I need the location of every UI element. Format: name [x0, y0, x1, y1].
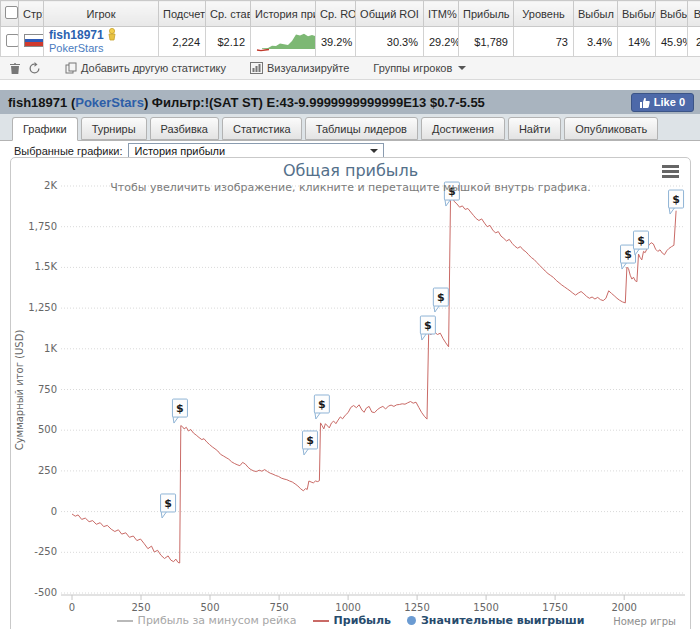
column-header-select[interactable]	[1, 1, 19, 27]
chart-menu-icon[interactable]	[662, 165, 679, 180]
column-header-label: ITM%	[428, 8, 457, 20]
tab-label: Таблицы лидеров	[316, 123, 407, 135]
column-header-label: Прибыль	[463, 8, 510, 20]
player-site-link[interactable]: PokerStars	[49, 42, 103, 54]
chart-subtitle: Чтобы увеличить изображение, кликните и …	[11, 181, 690, 194]
legend-item-Прибыль[interactable]: Прибыль	[313, 614, 391, 627]
player-groups-dropdown[interactable]: Группы игроков	[373, 62, 466, 74]
profit-history-cell	[251, 27, 316, 57]
significant-win-flag[interactable]: $	[433, 288, 448, 312]
y-tick-label: 1.5K	[35, 261, 58, 272]
tab-Турниры[interactable]: Турниры	[81, 117, 147, 140]
header-filter-text: Фильтр:!(SAT ST) E:43-9.9999999999999E13…	[152, 95, 485, 110]
profit-cell-value: $1,789	[474, 36, 508, 48]
column-header-Подсчет[interactable]: Подсчет	[159, 1, 206, 27]
gold-medal-icon	[107, 28, 117, 41]
row-checkbox[interactable]	[6, 34, 19, 47]
x-tick-label: 2000	[611, 602, 636, 613]
column-header-Выбыл р[interactable]: Выбыл р	[574, 1, 618, 27]
significant-win-flag[interactable]: $	[314, 395, 329, 419]
select-all-checkbox[interactable]	[5, 6, 18, 19]
column-header-label: Ср. ROI	[320, 8, 356, 20]
avg-stake-cell-value: $2.12	[217, 36, 245, 48]
column-header-label: Выбы	[660, 8, 688, 20]
total-roi-cell-value: 30.3%	[387, 36, 418, 48]
row-select-cell	[1, 27, 19, 57]
significant-win-flag[interactable]: $	[161, 494, 176, 518]
significant-win-flag[interactable]: $	[302, 431, 317, 455]
x-tick-label: 500	[200, 602, 219, 613]
tab-Найти[interactable]: Найти	[508, 117, 561, 140]
flag-dollar-symbol: $	[624, 248, 632, 261]
tab-label: Турниры	[92, 123, 136, 135]
flag-dollar-symbol: $	[672, 193, 680, 206]
tab-Разбивка[interactable]: Разбивка	[150, 117, 219, 140]
level-cell: 73	[514, 27, 574, 57]
profit-cell: $1,789	[459, 27, 514, 57]
column-header-label: Ср. став	[210, 8, 251, 20]
tab-Таблицы лидеров[interactable]: Таблицы лидеров	[305, 117, 418, 140]
facebook-like-button[interactable]: Like 0	[631, 93, 694, 112]
tab-label: Опубликовать	[575, 123, 647, 135]
like-label: Like 0	[654, 96, 685, 108]
legend-line-swatch	[117, 620, 133, 622]
column-header-Уровень[interactable]: Уровень	[514, 1, 574, 27]
legend-label: Прибыль	[334, 614, 391, 627]
y-tick-label: 1,250	[28, 302, 57, 313]
copy-plus-icon	[65, 62, 77, 74]
x-tick-label: 1000	[335, 602, 360, 613]
significant-win-flag[interactable]: $	[172, 399, 187, 423]
column-header-Выбыл п[interactable]: Выбыл п	[618, 1, 656, 27]
y-tick-label: 1K	[44, 343, 57, 354]
x-tick-label: 250	[131, 602, 150, 613]
itm-cell: 29.2%	[424, 27, 459, 57]
column-header-Прибыль[interactable]: Прибыль	[459, 1, 514, 27]
profit-sparkline	[256, 29, 316, 53]
itm-cell-value: 29.2%	[429, 36, 459, 48]
y-tick-label: 0	[51, 506, 57, 517]
bust-early-cell: 3.4%	[574, 27, 618, 57]
paren: )	[144, 95, 148, 110]
flag-dollar-symbol: $	[318, 398, 326, 411]
column-header-ITM%[interactable]: ITM%	[424, 1, 459, 27]
y-tick-label: 250	[38, 465, 57, 476]
legend-item-Прибыль за минусом рейка[interactable]: Прибыль за минусом рейка	[117, 614, 297, 627]
refresh-icon	[28, 62, 41, 75]
header-site-link[interactable]: PokerStars	[75, 95, 144, 110]
column-header-Общий ROI[interactable]: Общий ROI	[356, 1, 424, 27]
level-cell-value: 73	[556, 36, 568, 48]
add-statistic-label: Добавить другую статистику	[81, 62, 226, 74]
significant-win-flag[interactable]: $	[420, 316, 435, 340]
column-header-Выбы[interactable]: Выбы	[656, 1, 688, 27]
avg-roi-cell-value: 39.2%	[321, 36, 352, 48]
column-header-В[interactable]: В	[688, 1, 700, 27]
sparkline-loss-segment	[257, 49, 269, 50]
player-name-link[interactable]: fish18971	[49, 28, 104, 42]
sparkline-area	[262, 33, 316, 48]
total-roi-cell: 30.3%	[356, 27, 424, 57]
legend-item-Значительные выигрыши[interactable]: Значительные выигрыши	[407, 614, 584, 627]
x-tick-label: 1500	[473, 602, 498, 613]
tab-label: Найти	[519, 123, 550, 135]
delete-button[interactable]	[9, 62, 21, 75]
profit-chart[interactable]: 2K1,7501.5K1,2501K7505002500-250-5000250…	[11, 158, 690, 629]
flag-dollar-symbol: $	[437, 291, 445, 304]
column-header-label: В	[694, 8, 700, 20]
profit-chart-panel: 2K1,7501.5K1,2501K7505002500-250-5000250…	[10, 157, 691, 629]
tab-Достижения[interactable]: Достижения	[421, 117, 505, 140]
column-header-История приб[interactable]: История приб	[251, 1, 316, 27]
add-statistic-button[interactable]: Добавить другую статистику	[65, 62, 226, 74]
column-header-Ср. ROI[interactable]: Ср. ROI	[316, 1, 356, 27]
visualize-button[interactable]: Визуализируйте	[250, 62, 349, 74]
tab-Графики[interactable]: Графики	[12, 117, 78, 141]
y-axis-title: Суммарный итог (USD)	[14, 330, 25, 451]
column-header-Ср. став[interactable]: Ср. став	[206, 1, 251, 27]
refresh-button[interactable]	[28, 62, 41, 75]
tab-Статистика[interactable]: Статистика	[222, 117, 302, 140]
column-header-Игрок[interactable]: Игрок	[44, 1, 159, 27]
legend-line-swatch	[313, 620, 329, 622]
column-header-Стр:[interactable]: Стр:	[19, 1, 44, 27]
tab-Опубликовать[interactable]: Опубликовать	[564, 117, 658, 140]
bust-early-cell-value: 3.4%	[587, 36, 612, 48]
bust-mid-cell: 14%	[618, 27, 656, 57]
